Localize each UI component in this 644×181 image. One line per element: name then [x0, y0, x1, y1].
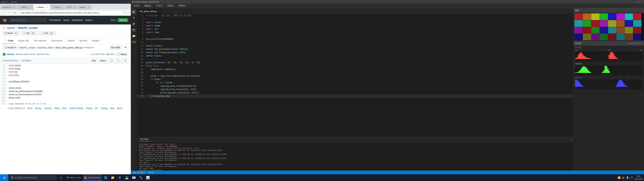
taskbar-start[interactable]: ⊞ [0, 174, 8, 181]
minimize-btn[interactable]: ─ [123, 1, 124, 3]
footer-contact[interactable]: Contact GitHub [70, 107, 83, 110]
tab-maixpy1[interactable]: 🐍MaixPy... × [17, 5, 33, 10]
nav-actions[interactable]: Actions [66, 38, 77, 44]
menu-icon[interactable]: ⋮ [127, 12, 130, 14]
refresh-button[interactable]: ↻ [13, 10, 18, 15]
ide-maximize[interactable]: □ [639, 1, 640, 3]
github-signin[interactable]: Sign in [110, 19, 117, 21]
nav-security[interactable]: Security [77, 38, 89, 44]
ide-code-area[interactable]: 1 # Untitled - By: yao - 周四 4月 29 2021 2… [137, 14, 574, 137]
nav-insights[interactable]: Insights [90, 38, 102, 44]
taskbar-icon-6[interactable]: 🔧 [138, 174, 144, 181]
tab-sipeed[interactable]: sipeed/... × [78, 5, 92, 10]
blame-button[interactable]: Blame [99, 59, 108, 62]
ide-close[interactable]: × [642, 1, 643, 3]
watch-button[interactable]: 👁 Watch 40 [3, 31, 20, 36]
repo-owner[interactable]: sipeed [7, 26, 15, 30]
terminal-tab-serial[interactable]: 串行终端 [139, 138, 150, 142]
close-btn[interactable]: × [128, 1, 130, 3]
sidebar-connect-icon[interactable]: ⚡ [132, 22, 136, 26]
sidebar-stop-icon[interactable]: ■ [132, 16, 136, 20]
taskbar-icon-7[interactable]: 📊 [144, 174, 151, 181]
menu-settings[interactable]: 设置(S) [166, 4, 175, 8]
nav-pulls[interactable]: Pull requests [49, 18, 61, 22]
edit-button[interactable]: ✏️ [116, 59, 121, 62]
menu-help[interactable]: 帮助(H) [178, 4, 186, 8]
raw-button[interactable]: Raw [90, 59, 98, 62]
ide-minimize[interactable]: ─ [636, 1, 638, 3]
repo-name[interactable]: MaixPy_scripts [18, 26, 38, 30]
tab-close-tool[interactable]: × [73, 6, 76, 8]
nav-code[interactable]: 📄 Code [3, 38, 16, 44]
footer-status[interactable]: Status [54, 107, 60, 110]
maximize-btn[interactable]: □ [126, 1, 127, 3]
tab-close-m1[interactable]: × [29, 6, 32, 8]
taskbar-icon-3[interactable]: ⚙ [116, 174, 123, 181]
tray-sound-icon[interactable]: 🔊 [622, 176, 625, 179]
terminal-close-icon[interactable]: × [570, 138, 572, 141]
ide-terminal-output[interactable]: Traceback (most recent call last): File … [137, 142, 574, 170]
tray-network-icon[interactable]: 📶 [618, 176, 620, 179]
taskbar-app-ide[interactable]: 🐍 maixpy-ide-wind... [83, 174, 102, 181]
taskbar-clock[interactable]: 0:31 2021/4/29 [634, 175, 643, 180]
tab-tool[interactable]: 6工具... × [65, 5, 78, 10]
nav-discussions[interactable]: Discussions [49, 38, 65, 44]
copy-button[interactable]: 📋 [109, 59, 114, 62]
taskbar-icon-4[interactable]: 💻 [124, 174, 130, 181]
tab-close-active[interactable]: × [46, 6, 48, 8]
menu-file[interactable]: 文件(F) [132, 4, 141, 8]
ide-tab-close[interactable]: × [158, 10, 159, 12]
breadcrumb-dir[interactable]: machine_vision [37, 46, 54, 49]
contributor-neutree[interactable]: Neutree [7, 53, 14, 56]
tab-close-putty[interactable]: × [12, 6, 15, 8]
footer-training[interactable]: Training [100, 107, 108, 110]
taskbar-icon-1[interactable]: 🌐 [102, 174, 109, 181]
fork-button[interactable]: 🍴 Fork 241 [39, 31, 56, 36]
footer-pricing[interactable]: Pricing [86, 107, 92, 110]
nav-marketplace[interactable]: Marketplace [72, 18, 83, 22]
forward-button[interactable]: › [7, 10, 12, 15]
nav-pull-requests[interactable]: Pull requests [32, 38, 48, 44]
taskbar-icon-5[interactable]: 📧 [130, 174, 137, 181]
footer-about[interactable]: About [117, 107, 122, 110]
tray-battery-icon[interactable]: 🔋 [626, 176, 629, 179]
ide-tab-main[interactable]: find_green_blob.py × [137, 9, 162, 14]
go-to-file-button[interactable]: Go to file [109, 46, 122, 50]
commit-hash[interactable]: 28ec43e [106, 53, 114, 56]
sidebar-terminal-icon[interactable]: ⌨ [132, 40, 136, 44]
history-button[interactable]: 🕐 History [116, 52, 128, 56]
footer-security[interactable]: Security [44, 107, 52, 110]
tab-putty[interactable]: 🖥putty_bl... × [1, 5, 17, 10]
footer-api[interactable]: API [94, 107, 98, 110]
nav-issues[interactable]: Issues 52 [16, 38, 31, 44]
bookmark-icon[interactable]: ☆ [124, 12, 126, 14]
sidebar-run-icon[interactable]: ▶ [132, 10, 136, 14]
delete-button[interactable]: 🗑️ [122, 59, 128, 62]
nav-explore[interactable]: Explore [86, 18, 92, 22]
tray-keyboard-icon[interactable]: CH [630, 176, 633, 179]
tab-close-mf[interactable]: × [60, 6, 63, 8]
address-bar[interactable]: https://github.com/sipeed/MaixPy_scripts… [18, 10, 123, 15]
tab-maixpy-active[interactable]: 🐍MaixPy... × [34, 5, 50, 10]
github-signup[interactable]: Sign up [118, 18, 128, 22]
taskbar-search[interactable]: 🔍 在这里输入你想搜索的内容 [10, 175, 57, 180]
tab-close-sipeed[interactable]: × [87, 6, 90, 8]
taskbar-task-view[interactable]: ❑ [57, 174, 64, 181]
breadcrumb-jumpto[interactable]: ▾ Jump to ▾ [83, 46, 94, 49]
menu-edit[interactable]: 编辑(E) [144, 4, 152, 8]
branch-selector[interactable]: ⎇ master ▾ [3, 46, 18, 50]
footer-privacy[interactable]: Privacy [35, 107, 42, 110]
nav-issues[interactable]: Issues [64, 18, 69, 22]
more-options-button[interactable]: ••• [123, 46, 128, 50]
star-button[interactable]: ⭐ Star 343 [21, 31, 38, 36]
breadcrumb-owner[interactable]: MaixPy_scripts [20, 46, 35, 49]
footer-docs[interactable]: Docs [62, 107, 67, 110]
menu-tools[interactable]: 工具(T) [155, 4, 163, 8]
github-search[interactable]: Search or jump to... [10, 18, 46, 22]
sidebar-folder-icon[interactable]: 📁 [132, 34, 136, 38]
footer-terms[interactable]: Terms [27, 107, 32, 110]
back-button[interactable]: ‹ [1, 10, 6, 15]
sidebar-camera-icon[interactable]: 📷 [132, 28, 136, 32]
tab-maixfly[interactable]: 🐍Maixfly × [50, 5, 65, 10]
taskbar-app-putty[interactable]: 🖥 putty_bl - wind... [66, 174, 83, 181]
